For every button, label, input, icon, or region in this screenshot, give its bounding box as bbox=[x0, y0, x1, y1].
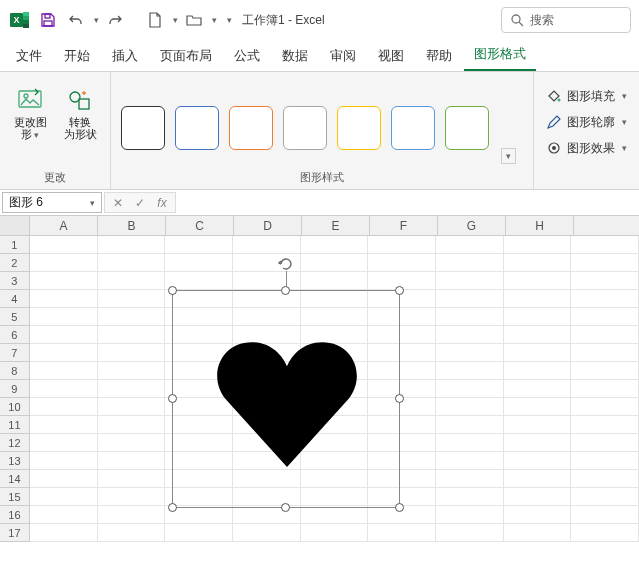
tab-view[interactable]: 视图 bbox=[368, 41, 414, 71]
cell[interactable] bbox=[504, 524, 572, 542]
tab-pagelayout[interactable]: 页面布局 bbox=[150, 41, 222, 71]
tab-formulas[interactable]: 公式 bbox=[224, 41, 270, 71]
cell[interactable] bbox=[571, 254, 639, 272]
row-header[interactable]: 1 bbox=[0, 236, 30, 254]
cell[interactable] bbox=[98, 470, 166, 488]
cell[interactable] bbox=[504, 308, 572, 326]
cell[interactable] bbox=[98, 380, 166, 398]
cell[interactable] bbox=[30, 326, 98, 344]
resize-handle-w[interactable] bbox=[168, 394, 177, 403]
cell[interactable] bbox=[98, 272, 166, 290]
cell[interactable] bbox=[301, 506, 369, 524]
resize-handle-ne[interactable] bbox=[395, 286, 404, 295]
shape-style-preset-5[interactable] bbox=[391, 106, 435, 150]
tab-graphics-format[interactable]: 图形格式 bbox=[464, 39, 536, 71]
cell[interactable] bbox=[436, 524, 504, 542]
column-header[interactable]: H bbox=[506, 216, 574, 235]
shape-effects-button[interactable]: 图形效果▾ bbox=[542, 136, 631, 160]
cell[interactable] bbox=[504, 290, 572, 308]
resize-handle-e[interactable] bbox=[395, 394, 404, 403]
cell[interactable] bbox=[301, 236, 369, 254]
open-dropdown-icon[interactable]: ▾ bbox=[212, 15, 217, 25]
cell[interactable] bbox=[98, 398, 166, 416]
row-header[interactable]: 14 bbox=[0, 470, 30, 488]
cell[interactable] bbox=[98, 236, 166, 254]
new-file-icon[interactable] bbox=[143, 8, 167, 32]
cell[interactable] bbox=[504, 344, 572, 362]
shape-style-preset-1[interactable] bbox=[175, 106, 219, 150]
cell[interactable] bbox=[436, 362, 504, 380]
resize-handle-sw[interactable] bbox=[168, 503, 177, 512]
column-header[interactable]: C bbox=[166, 216, 234, 235]
cell[interactable] bbox=[98, 488, 166, 506]
name-box[interactable]: 图形 6 ▾ bbox=[2, 192, 102, 213]
cell[interactable] bbox=[504, 254, 572, 272]
fx-icon[interactable]: fx bbox=[151, 196, 173, 210]
cell[interactable] bbox=[504, 236, 572, 254]
row-header[interactable]: 7 bbox=[0, 344, 30, 362]
cell[interactable] bbox=[98, 308, 166, 326]
tab-review[interactable]: 审阅 bbox=[320, 41, 366, 71]
cell[interactable] bbox=[504, 380, 572, 398]
cell[interactable] bbox=[98, 290, 166, 308]
row-header[interactable]: 8 bbox=[0, 362, 30, 380]
cell[interactable] bbox=[436, 416, 504, 434]
cell[interactable] bbox=[571, 452, 639, 470]
column-header[interactable]: D bbox=[234, 216, 302, 235]
heart-shape[interactable] bbox=[207, 323, 367, 483]
cell[interactable] bbox=[571, 524, 639, 542]
cell[interactable] bbox=[98, 416, 166, 434]
cell[interactable] bbox=[436, 488, 504, 506]
tab-help[interactable]: 帮助 bbox=[416, 41, 462, 71]
cell[interactable] bbox=[571, 416, 639, 434]
row-header[interactable]: 4 bbox=[0, 290, 30, 308]
search-box[interactable]: 搜索 bbox=[501, 7, 631, 33]
save-icon[interactable] bbox=[36, 8, 60, 32]
rotate-handle-icon[interactable] bbox=[277, 255, 295, 273]
cancel-formula-icon[interactable]: ✕ bbox=[107, 196, 129, 210]
cell[interactable] bbox=[368, 236, 436, 254]
redo-icon[interactable] bbox=[103, 8, 127, 32]
cell[interactable] bbox=[30, 506, 98, 524]
cell[interactable] bbox=[98, 524, 166, 542]
cell[interactable] bbox=[436, 452, 504, 470]
cell[interactable] bbox=[368, 254, 436, 272]
cell[interactable] bbox=[571, 326, 639, 344]
cell[interactable] bbox=[30, 254, 98, 272]
cell[interactable] bbox=[436, 344, 504, 362]
cell[interactable] bbox=[301, 272, 369, 290]
cell[interactable] bbox=[30, 452, 98, 470]
tab-data[interactable]: 数据 bbox=[272, 41, 318, 71]
cell[interactable] bbox=[98, 452, 166, 470]
cell[interactable] bbox=[571, 362, 639, 380]
new-dropdown-icon[interactable]: ▾ bbox=[173, 15, 178, 25]
cell[interactable] bbox=[98, 326, 166, 344]
cell[interactable] bbox=[436, 254, 504, 272]
cell[interactable] bbox=[436, 470, 504, 488]
undo-icon[interactable] bbox=[64, 8, 88, 32]
cell[interactable] bbox=[165, 254, 233, 272]
cell[interactable] bbox=[571, 344, 639, 362]
column-header[interactable]: F bbox=[370, 216, 438, 235]
row-header[interactable]: 17 bbox=[0, 524, 30, 542]
cell[interactable] bbox=[301, 254, 369, 272]
cell[interactable] bbox=[30, 362, 98, 380]
cell[interactable] bbox=[30, 524, 98, 542]
row-header[interactable]: 11 bbox=[0, 416, 30, 434]
cell[interactable] bbox=[436, 434, 504, 452]
qat-customize-icon[interactable]: ▾ bbox=[227, 15, 232, 25]
cell[interactable] bbox=[301, 524, 369, 542]
cell[interactable] bbox=[571, 470, 639, 488]
cell[interactable] bbox=[571, 290, 639, 308]
cell[interactable] bbox=[571, 398, 639, 416]
open-folder-icon[interactable] bbox=[182, 8, 206, 32]
row-header[interactable]: 5 bbox=[0, 308, 30, 326]
row-header[interactable]: 2 bbox=[0, 254, 30, 272]
cell[interactable] bbox=[165, 524, 233, 542]
shape-outline-button[interactable]: 图形轮廓▾ bbox=[542, 110, 631, 134]
cell[interactable] bbox=[98, 434, 166, 452]
row-header[interactable]: 13 bbox=[0, 452, 30, 470]
tab-file[interactable]: 文件 bbox=[6, 41, 52, 71]
row-header[interactable]: 16 bbox=[0, 506, 30, 524]
row-header[interactable]: 6 bbox=[0, 326, 30, 344]
